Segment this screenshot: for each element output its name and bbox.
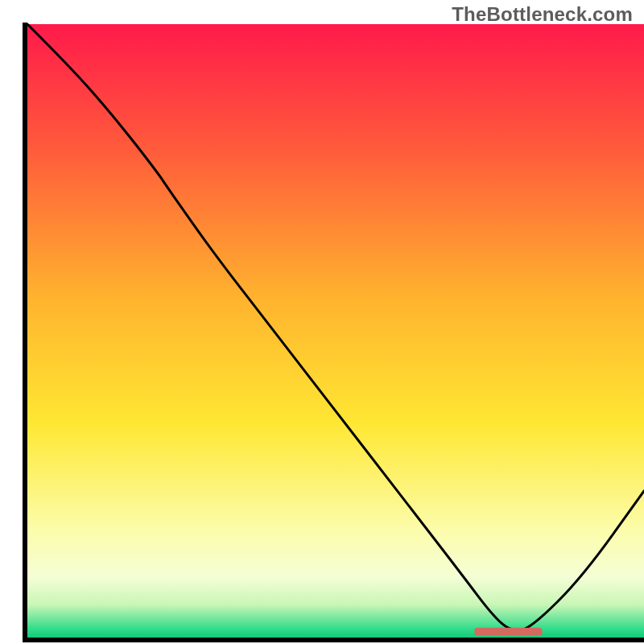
chart-svg xyxy=(0,0,644,644)
plot-background xyxy=(27,24,644,638)
optimal-range-marker xyxy=(474,628,542,636)
watermark-text: TheBottleneck.com xyxy=(452,3,633,26)
plot-area xyxy=(27,24,644,638)
chart-frame: TheBottleneck.com xyxy=(0,0,644,644)
